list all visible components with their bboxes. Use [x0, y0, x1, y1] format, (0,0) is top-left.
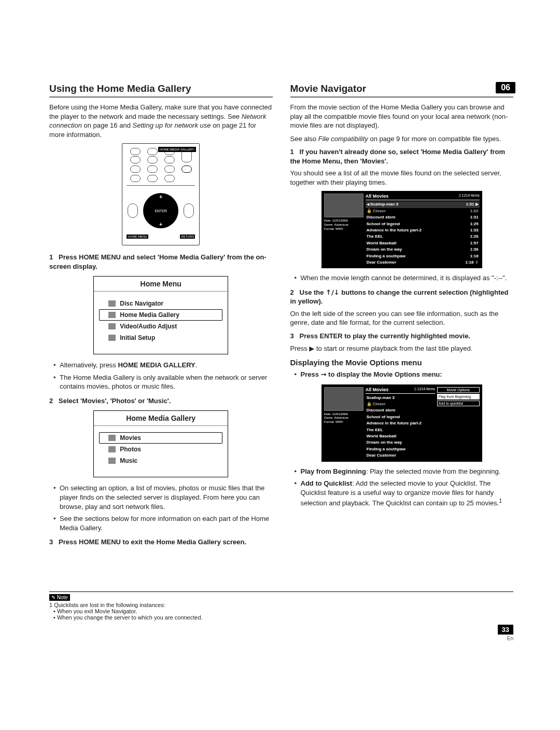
right-step-1-body: You should see a list of all the movie f…: [290, 169, 514, 187]
page-language: En: [49, 636, 513, 641]
options-intro-bullet: Press → to display the Movie Options men…: [295, 370, 514, 379]
bullet-see-sections: See the sections below for more informat…: [53, 514, 273, 532]
right-para-2: See also File compatibility on page 9 fo…: [290, 134, 514, 144]
movie-list-row: The EEL1:26: [366, 233, 480, 240]
menu-item-icon: [108, 300, 116, 307]
movie-list-row: Advance in the future part-2: [366, 420, 435, 426]
nav2-rows: Scallop-man 3🔒 CloserDiscount storeSchoo…: [366, 395, 435, 459]
movie-list-row: 🔒 Closer: [366, 401, 435, 407]
up-down-icon: ↑/↓: [326, 288, 340, 296]
left-step-3: 3 Press HOME MENU to exit the Home Media…: [49, 538, 273, 547]
movie-list-row: 🔒 Closer1:02: [366, 208, 480, 214]
home-menu-items: Disc NavigatorHome Media GalleryVideo/Au…: [94, 292, 228, 354]
right-step-1: 1 If you haven't already done so, select…: [290, 147, 514, 166]
right-step-2: 2 Use the ↑/↓ buttons to change the curr…: [290, 288, 514, 306]
home-menu-item: Home Media Gallery: [99, 309, 222, 321]
movie-list-row: Finding a southpaw: [366, 446, 435, 452]
home-menu-item: Initial Setup: [99, 332, 222, 343]
remote-enter-button: ENTER: [153, 203, 168, 218]
sub-heading-options: Displaying the Movie Options menu: [290, 358, 514, 367]
movie-info-lines: Date: 12/01/2006Genre: AdventureFormat: …: [324, 219, 363, 231]
movie-list-row: Finding a southpaw1:18: [366, 253, 480, 259]
right-step-2-body: On the left side of the screen you can s…: [290, 309, 514, 327]
movie-list-row: Discount store1:31: [366, 214, 480, 221]
movie-list-row: School of legend1:25: [366, 221, 480, 227]
menu-item-icon: [108, 312, 116, 318]
remote-dpad: + + ENTER: [140, 190, 181, 231]
bullet-unknown-length: When the movie length cannot be determin…: [295, 273, 514, 283]
movie-list-row: The EEL: [366, 427, 435, 433]
hmg-menu-screenshot: Home Media Gallery MoviesPhotosMusic: [93, 410, 228, 477]
footnote-rule: [49, 591, 513, 592]
nav1-count: ▯ 1214 items: [459, 194, 480, 199]
right-para-1: From the movie section of the Home Media…: [290, 103, 514, 130]
movie-list-row: Dear Customer: [366, 452, 435, 459]
nav1-rows: ◀ Scallop-man 31:31 ▶🔒 Closer1:02Discoun…: [366, 201, 480, 266]
right-heading: Movie Navigator: [290, 83, 514, 94]
movie-option-item: Add to quicklist: [437, 401, 480, 406]
heading-rule-right: [290, 97, 514, 98]
hmg-menu-item: Music: [99, 455, 222, 466]
menu-item-icon: [108, 458, 116, 464]
hmg-menu-title: Home Media Gallery: [94, 411, 228, 426]
menu-item-icon: [108, 323, 116, 329]
home-menu-title: Home Menu: [94, 277, 228, 292]
movie-list-row: Dear Customer1:18 ⇩: [366, 259, 480, 266]
remote-hmg-label: HOME MEDIA GALLERY: [158, 147, 197, 152]
play-icon: ▶: [309, 345, 314, 352]
right-step-3: 3 Press ENTER to play the currently high…: [290, 332, 514, 341]
right-column: Movie Navigator 06 From the movie sectio…: [290, 83, 514, 550]
bullet-on-selecting: On selecting an option, a list of movies…: [53, 484, 273, 511]
page-number-area: 33 En: [49, 625, 513, 641]
left-step-2: 2 Select 'Movies', 'Photos' or 'Music'.: [49, 396, 273, 406]
remote-return-tag: RETURN: [180, 235, 195, 239]
menu-item-icon: [108, 435, 116, 441]
movie-list-row: Dream on the way: [366, 439, 435, 446]
menu-item-icon: [108, 335, 116, 341]
movie-thumbnail-icon: [324, 194, 363, 217]
option-add-to-quicklist: Add to Quicklist: Add the selected movie…: [295, 479, 514, 508]
movie-list-row: Advance in the future part-21:33: [366, 227, 480, 233]
options-description-list: Play from Beginning: Play the selected m…: [295, 467, 514, 508]
section-number-badge: 06: [496, 82, 515, 93]
movie-navigator-screenshot-1: Date: 12/01/2006Genre: AdventureFormat: …: [321, 191, 482, 268]
movie-option-item: Play from Beginning: [437, 394, 480, 400]
menu-item-icon: [108, 446, 116, 452]
hmg-menu-items: MoviesPhotosMusic: [94, 426, 228, 477]
nav2-count: ▯ 1214 items: [414, 387, 435, 392]
movie-options-title: Movie Options: [437, 387, 480, 393]
home-menu-screenshot: Home Menu Disc NavigatorHome Media Galle…: [93, 276, 228, 354]
movie-options-panel: Movie Options Play from BeginningAdd to …: [437, 387, 480, 459]
movie-list-row: School of legend: [366, 414, 435, 420]
right-bullets-after1: When the movie length cannot be determin…: [295, 273, 514, 283]
right-step-3-body: Press ▶ to start or resume playback from…: [290, 344, 514, 353]
left-step-1: 1 Press HOME MENU and select 'Home Media…: [49, 253, 273, 271]
movie-thumbnail-icon: [324, 387, 363, 411]
bullet-press-right: Press → to display the Movie Options men…: [295, 370, 514, 379]
hmg-menu-item: Movies: [99, 432, 222, 444]
page-number: 33: [498, 625, 513, 635]
nav2-title: All Movies: [366, 387, 389, 392]
movie-list-row: World Baseball: [366, 433, 435, 439]
home-menu-item: Disc Navigator: [99, 298, 222, 309]
remote-home-menu-tag: HOME MENU: [127, 235, 148, 239]
movie-list-row: Scallop-man 3: [366, 395, 435, 401]
intro-paragraph: Before using the Home Media Gallery, mak…: [49, 103, 273, 139]
heading-rule: [49, 97, 273, 98]
left-bullets-1: Alternatively, press HOME MEDIA GALLERY.…: [53, 361, 273, 391]
movie-info-lines-2: Date: 12/01/2006Genre: AdventureFormat: …: [324, 412, 363, 424]
left-column: Using the Home Media Gallery Before usin…: [49, 83, 273, 550]
movie-navigator-screenshot-2: Date: 12/01/2006Genre: AdventureFormat: …: [321, 384, 482, 462]
movie-list-row: Dream on the way1:36: [366, 246, 480, 253]
bullet-hmg-availability: The Home Media Gallery is only available…: [53, 373, 273, 391]
movie-list-row: World Baseball1:57: [366, 240, 480, 246]
left-bullets-2: On selecting an option, a list of movies…: [53, 484, 273, 532]
movie-list-row: ◀ Scallop-man 31:31 ▶: [366, 201, 480, 208]
arrow-right-icon: →: [321, 370, 327, 378]
bullet-alt-press: Alternatively, press HOME MEDIA GALLERY.: [53, 361, 273, 370]
footnote-text: 1 Quicklists are lost in the following i…: [49, 602, 513, 621]
hmg-menu-item: Photos: [99, 444, 222, 455]
left-heading: Using the Home Media Gallery: [49, 83, 273, 94]
nav1-title: All Movies: [366, 194, 389, 199]
remote-illustration: HOME MEDIA GALLERY + + ENTER HOME MENU R…: [122, 143, 200, 245]
